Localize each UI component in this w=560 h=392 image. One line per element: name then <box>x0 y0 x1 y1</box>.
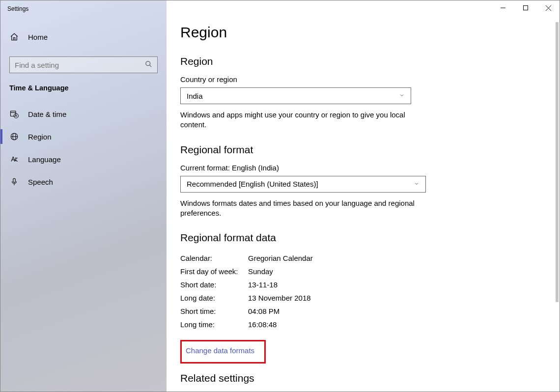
home-nav[interactable]: Home <box>0 26 167 48</box>
country-label: Country or region <box>180 75 560 84</box>
row-val: 16:08:48 <box>248 318 277 331</box>
row-val: Sunday <box>248 265 273 278</box>
sidebar-item-label: Region <box>28 133 52 141</box>
row-key: Short time: <box>180 305 248 318</box>
svg-rect-6 <box>11 111 16 116</box>
chevron-down-icon <box>399 91 405 100</box>
row-key: Long date: <box>180 291 248 305</box>
country-select[interactable]: India <box>180 87 411 104</box>
svg-line-5 <box>149 65 151 67</box>
scrollbar[interactable] <box>556 22 559 385</box>
close-icon <box>546 5 551 11</box>
search-input[interactable] <box>15 61 145 69</box>
row-val: Gregorian Calendar <box>248 252 313 265</box>
row-key: Short date: <box>180 278 248 291</box>
table-row: Calendar:Gregorian Calendar <box>180 252 560 265</box>
current-format-label: Current format: English (India) <box>180 164 560 172</box>
table-row: Short time:04:08 PM <box>180 305 560 318</box>
content-area: Region Region Country or region India Wi… <box>167 0 560 392</box>
home-label: Home <box>28 33 48 41</box>
sidebar-item-speech[interactable]: Speech <box>0 170 167 193</box>
sidebar-item-region[interactable]: Region <box>0 125 167 148</box>
svg-rect-15 <box>13 178 16 182</box>
svg-point-4 <box>146 61 150 66</box>
table-row: Short date:13-11-18 <box>180 278 560 291</box>
format-data-table: Calendar:Gregorian Calendar First day of… <box>180 252 560 331</box>
sidebar-item-label: Date & time <box>28 110 66 118</box>
highlight-box: Change data formats <box>180 340 266 364</box>
row-key: Long time: <box>180 318 248 331</box>
row-val: 13 November 2018 <box>248 291 311 305</box>
sidebar-item-label: Speech <box>28 178 53 186</box>
titlebar <box>0 0 560 16</box>
sidebar-item-language[interactable]: Language <box>0 148 167 170</box>
row-val: 04:08 PM <box>248 305 280 318</box>
calendar-clock-icon <box>9 110 19 118</box>
svg-rect-1 <box>524 6 528 10</box>
change-data-formats-link[interactable]: Change data formats <box>186 346 254 355</box>
row-key: First day of week: <box>180 265 248 278</box>
minimize-icon <box>501 5 505 10</box>
section-region-header: Region <box>180 56 560 67</box>
svg-line-10 <box>16 116 17 117</box>
section-format-data-header: Regional format data <box>180 232 560 244</box>
section-related-header: Related settings <box>180 372 560 384</box>
globe-icon <box>9 132 19 141</box>
home-icon <box>9 32 19 41</box>
format-helper: Windows formats dates and times based on… <box>180 198 416 219</box>
maximize-button[interactable] <box>514 0 537 15</box>
format-value: Recommended [English (United States)] <box>187 180 414 188</box>
table-row: First day of week:Sunday <box>180 265 560 278</box>
sidebar-category: Time & Language <box>0 73 167 96</box>
language-icon <box>9 155 19 164</box>
page-title: Region <box>180 24 560 41</box>
chevron-down-icon <box>414 180 420 189</box>
table-row: Long date:13 November 2018 <box>180 291 560 305</box>
maximize-icon <box>523 5 528 10</box>
row-val: 13-11-18 <box>248 278 278 291</box>
close-button[interactable] <box>537 0 560 15</box>
search-icon <box>145 60 152 69</box>
country-value: India <box>187 92 399 100</box>
table-row: Long time:16:08:48 <box>180 318 560 331</box>
settings-window: Settings Home Time & Language <box>0 0 560 392</box>
row-key: Calendar: <box>180 252 248 265</box>
sidebar: Settings Home Time & Language <box>0 0 167 392</box>
country-helper: Windows and apps might use your country … <box>180 110 416 130</box>
microphone-icon <box>9 177 19 186</box>
section-regional-format-header: Regional format <box>180 144 560 156</box>
search-box[interactable] <box>9 56 158 73</box>
scrollbar-thumb[interactable] <box>556 22 559 302</box>
sidebar-item-date-time[interactable]: Date & time <box>0 103 167 125</box>
sidebar-item-label: Language <box>28 155 61 164</box>
minimize-button[interactable] <box>492 0 514 15</box>
format-select[interactable]: Recommended [English (United States)] <box>180 176 426 193</box>
